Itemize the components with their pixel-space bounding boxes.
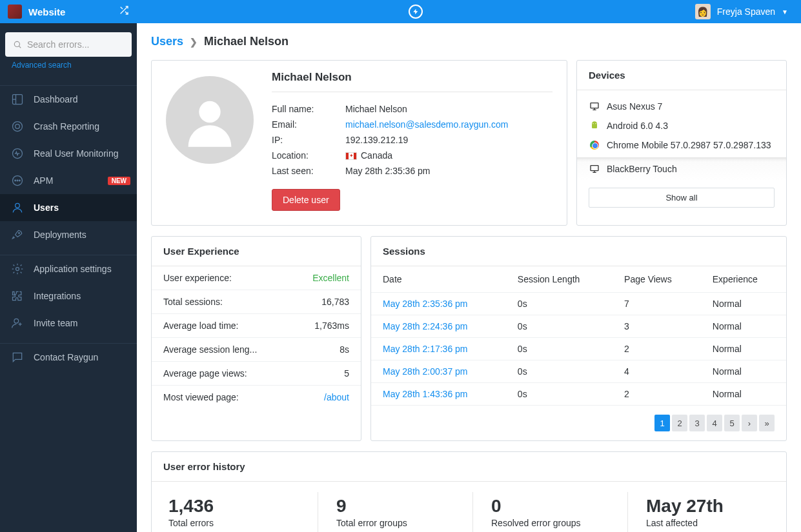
chrome-icon [589, 139, 600, 151]
delete-user-button[interactable]: Delete user [272, 189, 340, 211]
user-icon [10, 201, 25, 215]
session-date-link[interactable]: May 28th 2:17:36 pm [383, 344, 468, 354]
user-avatar-icon: 👩 [695, 4, 711, 19]
svg-point-12 [14, 319, 19, 323]
value-fullname: Michael Nelson [345, 104, 407, 114]
pager: 12345›» [371, 406, 786, 440]
brand-area: Website [0, 5, 137, 19]
page-1[interactable]: 1 [654, 415, 670, 431]
page-4[interactable]: 4 [707, 415, 722, 431]
gear-icon [10, 262, 25, 276]
show-all-button[interactable]: Show all [589, 188, 775, 208]
session-length: 0s [506, 293, 613, 315]
page-5[interactable]: 5 [724, 415, 740, 431]
ue-label: Average session leng... [163, 344, 257, 355]
svg-rect-14 [591, 103, 598, 108]
flag-canada-icon: ✦ [345, 152, 357, 160]
session-length: 0s [506, 338, 613, 360]
sidebar-item-deployments[interactable]: Deployments [0, 221, 137, 248]
ue-label: Average page views: [163, 368, 247, 379]
ue-row: Average page views:5 [152, 362, 361, 386]
search-box[interactable] [5, 32, 132, 57]
search-input[interactable] [27, 39, 124, 50]
session-date-link[interactable]: May 28th 1:43:36 pm [383, 389, 468, 399]
target-icon [10, 119, 25, 133]
sidebar-item-label: Invite team [34, 318, 77, 328]
svg-point-3 [15, 124, 20, 129]
sidebar-item-contact[interactable]: Contact Raygun [0, 344, 137, 371]
ue-value[interactable]: /about [324, 392, 349, 402]
sidebar-item-apm[interactable]: APM NEW [0, 167, 137, 194]
monitor-icon [589, 163, 600, 175]
svg-point-8 [19, 180, 21, 181]
session-date-link[interactable]: May 28th 2:24:36 pm [383, 321, 468, 331]
sessions-title: Sessions [371, 237, 786, 266]
sidebar-item-rum[interactable]: Real User Monitoring [0, 140, 137, 167]
ue-row: Total sessions:16,783 [152, 290, 361, 314]
sidebar-item-invite-team[interactable]: Invite team [0, 310, 137, 337]
page-3[interactable]: 3 [689, 415, 705, 431]
sidebar-item-label: Users [34, 202, 59, 213]
puzzle-icon [10, 289, 25, 303]
chevron-right-icon: ❯ [190, 37, 198, 47]
shuffle-icon[interactable] [119, 5, 129, 18]
device-item: BlackBerry Touch [577, 157, 786, 180]
invite-icon [10, 316, 25, 330]
col-experience: Experience [701, 266, 786, 293]
ue-value: 8s [340, 344, 349, 355]
svg-point-4 [13, 149, 23, 159]
user-name: Freyja Spaven [717, 6, 775, 17]
value-email[interactable]: michael.nelson@salesdemo.raygun.com [345, 119, 508, 130]
chevron-down-icon: ▼ [782, 8, 788, 15]
advanced-search-link[interactable]: Advanced search [5, 57, 132, 76]
sidebar-item-label: Application settings [34, 264, 112, 274]
new-badge: NEW [108, 177, 130, 185]
sidebar-item-dashboard[interactable]: Dashboard [0, 86, 137, 113]
session-pageviews: 3 [613, 315, 701, 338]
page-2[interactable]: 2 [672, 415, 687, 431]
session-pageviews: 4 [613, 360, 701, 383]
stat-block: 0Resolved error groups [473, 492, 628, 532]
sidebar-item-integrations[interactable]: Integrations [0, 282, 137, 310]
label-fullname: Full name: [272, 104, 345, 114]
android-icon [589, 120, 600, 132]
session-date-link[interactable]: May 28th 2:35:36 pm [383, 299, 468, 309]
history-title: User error history [152, 452, 786, 482]
user-menu[interactable]: 👩 Freyja Spaven ▼ [695, 4, 801, 19]
stat-number: 1,436 [168, 496, 299, 517]
sidebar: Advanced search Dashboard Crash Reportin… [0, 0, 137, 532]
device-item: Asus Nexus 7 [589, 97, 775, 116]
sidebar-item-label: Contact Raygun [34, 352, 98, 362]
sidebar-item-settings[interactable]: Application settings [0, 255, 137, 282]
session-pageviews: 2 [613, 383, 701, 406]
profile-card: Michael Nelson Full name:Michael Nelson … [151, 60, 567, 226]
session-length: 0s [506, 315, 613, 338]
page-last[interactable]: » [759, 415, 775, 431]
monitor-icon [589, 101, 600, 112]
device-label: Android 6.0 4.3 [607, 121, 668, 131]
app-name: Website [28, 6, 65, 17]
page-next[interactable]: › [742, 415, 757, 431]
sidebar-item-crash-reporting[interactable]: Crash Reporting [0, 113, 137, 140]
ue-value: 1,763ms [314, 320, 349, 331]
lightning-icon[interactable] [409, 5, 423, 19]
value-location: Canada [361, 150, 392, 161]
breadcrumb: Users ❯ Michael Nelson [151, 35, 787, 48]
stat-block: May 27thLast affected [628, 492, 783, 532]
breadcrumb-root[interactable]: Users [151, 35, 183, 48]
col-pageviews: Page Views [613, 266, 701, 293]
device-item: Android 6.0 4.3 [589, 116, 775, 135]
session-length: 0s [506, 360, 613, 383]
breadcrumb-current: Michael Nelson [204, 35, 289, 48]
session-row: May 28th 2:35:36 pm0s7Normal [371, 293, 786, 315]
session-date-link[interactable]: May 28th 2:00:37 pm [383, 366, 468, 377]
sidebar-item-label: Dashboard [34, 94, 78, 104]
ue-title: User Experience [152, 237, 361, 266]
label-ip: IP: [272, 135, 345, 145]
stat-label: Total error groups [336, 518, 454, 528]
sidebar-item-users[interactable]: Users [0, 194, 137, 221]
session-pageviews: 7 [613, 293, 701, 315]
sidebar-item-label: Integrations [34, 291, 81, 301]
session-pageviews: 2 [613, 338, 701, 360]
svg-rect-17 [591, 166, 598, 171]
